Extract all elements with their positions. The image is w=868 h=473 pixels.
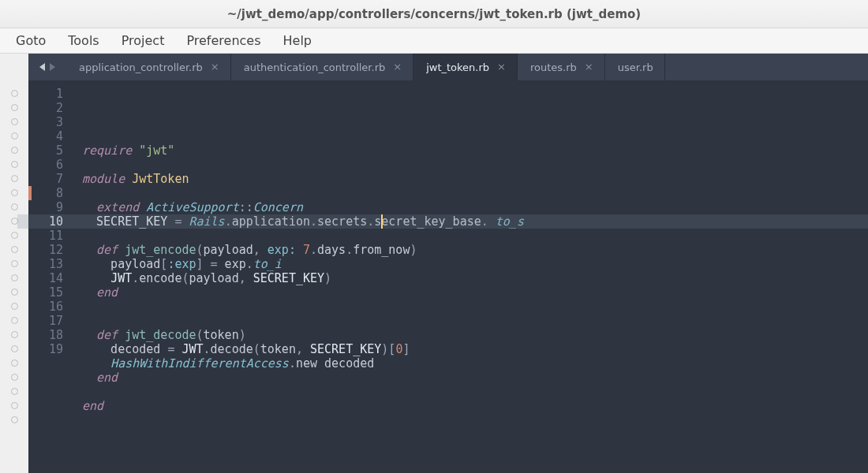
tab-next-icon[interactable]	[50, 63, 55, 71]
code-line[interactable]: module JwtToken	[82, 172, 868, 186]
editor: application_controller.rb × authenticati…	[28, 54, 868, 473]
line-number: 11	[28, 229, 63, 243]
line-number: 18	[28, 328, 63, 342]
fold-marker[interactable]	[11, 388, 18, 395]
code-line[interactable]	[82, 300, 868, 314]
line-modified-marker	[28, 186, 32, 200]
code-line[interactable]: end	[82, 371, 868, 385]
tab-label: application_controller.rb	[79, 61, 203, 73]
line-number: 3	[28, 115, 63, 129]
tab-routes[interactable]: routes.rb ×	[518, 54, 605, 80]
line-number: 6	[28, 158, 63, 172]
code-line[interactable]: decoded = JWT.decode(token, SECRET_KEY)[…	[82, 342, 868, 356]
tab-jwt-token[interactable]: jwt_token.rb ×	[413, 54, 518, 80]
tab-authentication-controller[interactable]: authentication_controller.rb ×	[231, 54, 413, 80]
line-number: 1	[28, 87, 63, 101]
code-line[interactable]: extend ActiveSupport::Concern	[82, 200, 868, 214]
tab-prev-icon[interactable]	[39, 63, 45, 71]
fold-marker[interactable]	[11, 161, 18, 168]
code-line[interactable]: require "jwt"	[82, 143, 868, 158]
tab-bar: application_controller.rb × authenticati…	[28, 54, 868, 80]
code-line[interactable]: end	[82, 399, 868, 413]
code-line[interactable]: payload[:exp] = exp.to_i	[82, 257, 868, 271]
close-icon[interactable]: ×	[497, 61, 506, 72]
line-number: 17	[28, 314, 63, 328]
fold-gutter	[0, 54, 28, 473]
line-number: 12	[28, 243, 63, 257]
fold-marker[interactable]	[11, 274, 18, 281]
line-number: 8	[28, 186, 63, 200]
fold-marker[interactable]	[11, 317, 18, 324]
tab-label: authentication_controller.rb	[244, 61, 386, 73]
code-line[interactable]	[82, 186, 868, 200]
tab-label: jwt_token.rb	[426, 61, 489, 73]
fold-marker[interactable]	[11, 175, 18, 182]
code-line[interactable]: HashWithIndifferentAccess.new decoded	[82, 356, 868, 371]
close-icon[interactable]: ×	[585, 61, 593, 72]
fold-marker[interactable]	[11, 189, 18, 196]
code-line[interactable]	[82, 158, 868, 172]
fold-marker[interactable]	[11, 303, 18, 310]
line-number: 19	[28, 342, 63, 356]
line-number: 15	[28, 285, 63, 300]
menu-bar: Goto Tools Project Preferences Help	[0, 28, 868, 54]
line-number: 4	[28, 129, 63, 143]
fold-marker[interactable]	[11, 331, 18, 338]
window-titlebar: ~/jwt_demo/app/controllers/concerns/jwt_…	[0, 0, 868, 28]
fold-marker[interactable]	[11, 132, 18, 140]
fold-marker[interactable]	[11, 218, 18, 225]
tab-application-controller[interactable]: application_controller.rb ×	[66, 54, 231, 80]
code-line[interactable]	[82, 385, 868, 399]
tab-label: routes.rb	[530, 61, 577, 73]
fold-marker[interactable]	[11, 147, 18, 154]
close-icon[interactable]: ×	[211, 61, 219, 72]
code-content[interactable]: require "jwt" module JwtToken extend Act…	[71, 80, 868, 473]
code-line[interactable]: def jwt_decode(token)	[82, 328, 868, 342]
code-line[interactable]	[82, 229, 868, 243]
code-line[interactable]: def jwt_encode(payload, exp: 7.days.from…	[82, 243, 868, 257]
fold-marker[interactable]	[11, 232, 18, 239]
code-line[interactable]	[82, 314, 868, 328]
fold-marker[interactable]	[11, 402, 18, 409]
close-icon[interactable]: ×	[393, 61, 402, 72]
line-number-gutter: 12345678910111213141516171819	[28, 80, 71, 473]
window-title: ~/jwt_demo/app/controllers/concerns/jwt_…	[227, 7, 641, 21]
fold-marker[interactable]	[11, 118, 18, 125]
menu-project[interactable]: Project	[110, 29, 176, 52]
tab-nav	[28, 54, 66, 80]
line-number: 5	[28, 143, 63, 158]
tab-user[interactable]: user.rb	[605, 54, 665, 80]
code-area[interactable]: 12345678910111213141516171819 require "j…	[28, 80, 868, 473]
code-line[interactable]: JWT.encode(payload, SECRET_KEY)	[82, 271, 868, 285]
fold-marker[interactable]	[11, 359, 18, 367]
line-number: 9	[28, 200, 63, 214]
code-line[interactable]: SECRET_KEY = Rails.application.secrets.s…	[82, 214, 868, 229]
fold-marker[interactable]	[11, 104, 18, 111]
line-number: 13	[28, 257, 63, 271]
line-number: 2	[28, 101, 63, 115]
code-line[interactable]: end	[82, 285, 868, 300]
text-caret	[381, 214, 383, 229]
line-number: 7	[28, 172, 63, 186]
fold-marker[interactable]	[11, 203, 18, 210]
menu-goto[interactable]: Goto	[5, 29, 57, 52]
fold-marker[interactable]	[11, 345, 18, 352]
fold-marker[interactable]	[11, 90, 18, 97]
fold-marker[interactable]	[11, 416, 18, 423]
fold-marker[interactable]	[11, 260, 18, 267]
menu-help[interactable]: Help	[272, 29, 323, 52]
tab-label: user.rb	[618, 61, 653, 73]
line-number: 14	[28, 271, 63, 285]
fold-marker[interactable]	[11, 374, 18, 381]
menu-tools[interactable]: Tools	[57, 29, 110, 52]
line-number: 16	[28, 300, 63, 314]
fold-marker[interactable]	[11, 246, 18, 253]
line-number: 10	[28, 214, 63, 229]
fold-marker[interactable]	[11, 289, 18, 296]
workspace: application_controller.rb × authenticati…	[0, 54, 868, 473]
menu-preferences[interactable]: Preferences	[175, 29, 271, 52]
